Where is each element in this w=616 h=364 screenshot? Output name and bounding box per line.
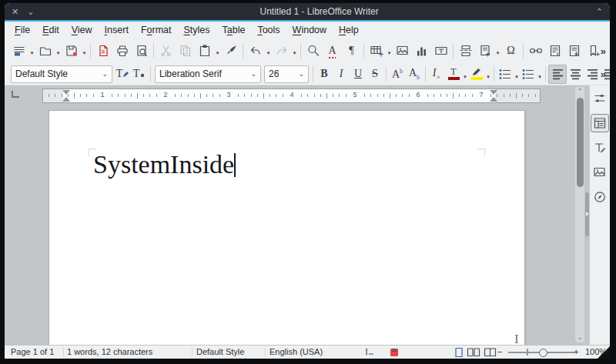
- redo-dropdown-arrow[interactable]: ▾: [291, 45, 298, 56]
- bold-button[interactable]: B: [316, 65, 333, 83]
- cut-button[interactable]: [156, 41, 176, 61]
- subscript-button[interactable]: Ab: [406, 65, 423, 83]
- document-page[interactable]: SystemInside I: [49, 110, 525, 345]
- single-page-view-button[interactable]: [454, 347, 464, 358]
- multi-page-view-button[interactable]: [467, 347, 480, 358]
- tab-stop-selector[interactable]: [12, 91, 19, 98]
- undo-button[interactable]: [246, 41, 265, 61]
- menu-item[interactable]: File: [8, 23, 36, 37]
- scroll-up-arrow-icon[interactable]: ⌃: [575, 88, 584, 95]
- bullet-list-button[interactable]: [497, 65, 514, 83]
- sidebar-properties-tab[interactable]: [591, 114, 609, 132]
- left-indent-marker[interactable]: [62, 97, 70, 102]
- formatting-marks-button[interactable]: ¶: [342, 41, 361, 61]
- window-menu-chevron-icon[interactable]: ⌄: [27, 3, 34, 20]
- paragraph[interactable]: SystemInside: [93, 151, 236, 179]
- insert-textbox-button[interactable]: [431, 41, 450, 61]
- spelling-button[interactable]: A: [323, 41, 342, 61]
- zoom-out-button[interactable]: −: [497, 347, 502, 356]
- print-preview-button[interactable]: [132, 41, 151, 61]
- open-dropdown-arrow[interactable]: ▾: [55, 45, 62, 56]
- highlight-color-button[interactable]: [468, 65, 485, 83]
- special-character-button[interactable]: Ω: [501, 41, 521, 61]
- save-button[interactable]: [62, 41, 81, 61]
- align-left-button[interactable]: [548, 65, 567, 84]
- menu-item[interactable]: Table: [216, 23, 252, 37]
- sidebar-styles-tab[interactable]: [591, 139, 609, 157]
- insert-chart-button[interactable]: [412, 41, 431, 61]
- menu-item[interactable]: Styles: [177, 23, 216, 37]
- clear-formatting-button[interactable]: I×: [428, 65, 445, 83]
- toolbar-overflow-button[interactable]: »: [601, 45, 606, 56]
- font-color-button[interactable]: T: [445, 65, 462, 83]
- redo-button[interactable]: [272, 41, 291, 61]
- document-text[interactable]: SystemInside: [93, 151, 234, 179]
- numbered-dropdown-arrow[interactable]: ▾: [537, 68, 543, 80]
- copy-button[interactable]: [176, 41, 195, 61]
- right-indent-marker-top[interactable]: [490, 90, 497, 95]
- selection-mode-indicator[interactable]: I: [365, 346, 373, 358]
- new-style-button[interactable]: T: [131, 65, 148, 83]
- document-modified-indicator[interactable]: [390, 348, 399, 357]
- zoom-slider-handle[interactable]: [539, 349, 547, 357]
- menu-item[interactable]: Edit: [36, 23, 65, 37]
- underline-button[interactable]: U: [350, 65, 367, 83]
- clone-formatting-button[interactable]: [221, 41, 240, 61]
- horizontal-ruler[interactable]: 1234567: [42, 88, 541, 103]
- new-dropdown-arrow[interactable]: ▾: [28, 45, 35, 56]
- titlebar[interactable]: ✕ ⌄ Untitled 1 - LibreOffice Writer ⌃: [5, 3, 610, 20]
- print-button[interactable]: [112, 41, 132, 61]
- right-indent-marker[interactable]: [490, 97, 497, 102]
- undo-dropdown-arrow[interactable]: ▾: [265, 45, 272, 56]
- superscript-button[interactable]: Ab: [389, 65, 406, 83]
- menu-item[interactable]: Insert: [99, 23, 135, 37]
- menu-item[interactable]: Help: [333, 23, 365, 37]
- paste-button[interactable]: [195, 41, 214, 61]
- font-name-combo[interactable]: Liberation Serif⌄: [155, 65, 261, 83]
- paste-dropdown-arrow[interactable]: ▾: [214, 45, 221, 56]
- vertical-scrollbar[interactable]: ⌃ ⌄: [575, 87, 584, 342]
- font-color-dropdown-arrow[interactable]: ▾: [462, 68, 468, 80]
- page-count[interactable]: Page 1 of 1: [11, 347, 54, 356]
- open-button[interactable]: [35, 41, 55, 61]
- scroll-down-arrow-icon[interactable]: ⌄: [575, 334, 584, 342]
- numbered-list-button[interactable]: [520, 65, 537, 83]
- paragraph-style-combo[interactable]: Default Style⌄: [11, 65, 112, 83]
- menu-item[interactable]: Window: [286, 23, 333, 37]
- formatting-overflow-button[interactable]: »: [601, 68, 606, 80]
- highlight-dropdown-arrow[interactable]: ▾: [485, 68, 491, 80]
- zoom-in-button[interactable]: +: [574, 347, 578, 356]
- align-center-button[interactable]: [567, 65, 584, 83]
- bullet-dropdown-arrow[interactable]: ▾: [514, 68, 520, 80]
- insert-endnote-button[interactable]: [564, 41, 584, 61]
- insert-image-button[interactable]: [393, 41, 412, 61]
- find-replace-button[interactable]: [303, 41, 323, 61]
- page-break-button[interactable]: [456, 41, 475, 61]
- save-dropdown-arrow[interactable]: ▾: [81, 45, 88, 56]
- page-style[interactable]: Default Style: [196, 347, 244, 356]
- menu-item[interactable]: Tools: [251, 23, 286, 37]
- export-pdf-button[interactable]: [93, 41, 112, 61]
- new-document-button[interactable]: [9, 41, 28, 61]
- table-dropdown-arrow[interactable]: ▾: [386, 45, 393, 56]
- text-language[interactable]: English (USA): [270, 347, 323, 356]
- scrollbar-thumb[interactable]: [577, 98, 584, 187]
- shade-icon[interactable]: ⌃: [596, 7, 603, 17]
- font-size-combo[interactable]: 26⌄: [264, 65, 309, 83]
- insert-hyperlink-button[interactable]: [526, 41, 545, 61]
- field-dropdown-arrow[interactable]: ▾: [494, 45, 501, 56]
- insert-field-button[interactable]: [475, 41, 494, 61]
- sidebar-navigator-tab[interactable]: [591, 188, 609, 206]
- menu-item[interactable]: View: [65, 23, 99, 37]
- menu-item[interactable]: Format: [135, 23, 178, 37]
- align-right-button[interactable]: [584, 65, 601, 83]
- insert-footnote-button[interactable]: [545, 41, 564, 61]
- close-icon[interactable]: ✕: [12, 3, 18, 20]
- italic-button[interactable]: I: [333, 65, 350, 83]
- sidebar-gallery-tab[interactable]: [591, 163, 609, 182]
- strikethrough-button[interactable]: S: [367, 65, 383, 83]
- book-view-button[interactable]: [484, 347, 497, 358]
- update-style-button[interactable]: T: [114, 65, 131, 83]
- sidebar-settings-button[interactable]: [591, 89, 609, 108]
- first-line-indent-marker[interactable]: [62, 90, 70, 95]
